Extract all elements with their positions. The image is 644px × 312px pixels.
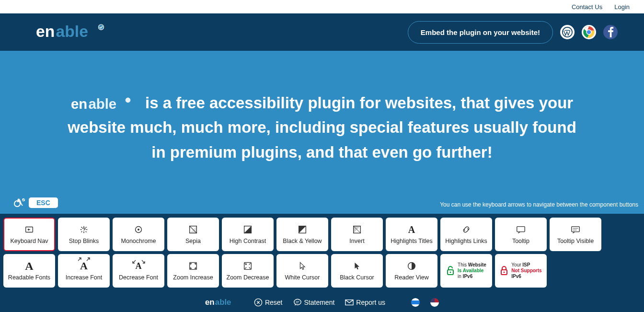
monochrome-icon	[133, 224, 144, 235]
tile-highlights-links[interactable]: Highlights Links	[440, 218, 492, 251]
mail-icon	[345, 299, 354, 306]
login-link[interactable]: Login	[614, 3, 630, 11]
tile-decrease-font[interactable]: ADecrease Font	[113, 254, 164, 288]
svg-text:en: en	[205, 298, 215, 307]
flag-usa[interactable]	[430, 298, 439, 307]
tile-white-cursor[interactable]: White Cursor	[276, 254, 328, 288]
keyboard-hint: You can use the keyboard arrows to navig…	[440, 201, 638, 208]
tile-label: Reader View	[394, 274, 428, 281]
tile-label: Keyboard Nav	[10, 238, 48, 244]
keyboard-nav-icon	[24, 224, 34, 235]
increase-font-icon: A	[80, 261, 88, 271]
ipv6-text: This WebsiteIs Availablein IPv6	[458, 262, 486, 279]
tile-label: Black Cursor	[340, 274, 374, 281]
zoom-increase-icon	[188, 261, 198, 271]
lock-open-icon	[446, 266, 455, 276]
decrease-font-icon: A	[136, 261, 142, 271]
svg-rect-22	[572, 227, 580, 232]
svg-point-16	[138, 229, 139, 231]
tile-label: Sepia	[185, 238, 201, 244]
tile-keyboard-nav[interactable]: Keyboard Nav	[3, 218, 55, 251]
zoom-decrease-icon	[242, 261, 253, 271]
toolbar-row-1: Keyboard NavStop BlinksMonochromeSepiaHi…	[3, 218, 641, 251]
accessibility-icon	[13, 198, 25, 208]
tile-black-yellow[interactable]: Black & Yellow	[276, 218, 328, 251]
statement-button[interactable]: Statement	[293, 298, 335, 307]
high-contrast-icon	[242, 224, 253, 235]
tile-label: Stop Blinks	[69, 238, 99, 244]
tile-high-contrast[interactable]: High Contrast	[222, 218, 274, 251]
tile-reader-view[interactable]: Reader View	[386, 254, 437, 288]
reader-view-icon	[406, 261, 417, 271]
tile-zoom-increase[interactable]: Zoom Increase	[167, 254, 219, 288]
tile-label: High Contrast	[230, 238, 266, 244]
lock-closed-icon	[500, 266, 508, 276]
facebook-icon[interactable]	[603, 25, 618, 39]
invert-icon	[352, 224, 362, 235]
tile-invert[interactable]: Invert	[331, 218, 383, 251]
tooltip-icon	[516, 224, 526, 235]
reset-button[interactable]: Reset	[254, 298, 283, 307]
tile-label: Highlights Links	[445, 238, 487, 244]
black-cursor-icon	[352, 261, 362, 271]
tile-label: Readable Fonts	[8, 274, 50, 281]
svg-point-35	[294, 299, 300, 305]
speech-icon	[293, 298, 302, 307]
svg-point-14	[83, 231, 84, 232]
tile-label: Monochrome	[121, 238, 156, 244]
hero: en able is a free accessibility plugin f…	[0, 51, 644, 214]
report-button[interactable]: Report us	[345, 299, 385, 306]
header-right: Embed the plugin on your website!	[408, 21, 618, 44]
tile-label: Increase Font	[66, 274, 102, 281]
tile-zoom-decrease[interactable]: Zoom Decrease	[222, 254, 274, 288]
tile-label: Highlights Titles	[391, 238, 433, 244]
white-cursor-icon	[297, 261, 308, 271]
contact-link[interactable]: Contact Us	[572, 3, 602, 11]
tile-black-cursor[interactable]: Black Cursor	[331, 254, 383, 288]
svg-point-9	[126, 98, 130, 103]
top-nav: Contact Us Login	[0, 0, 644, 13]
embed-plugin-button[interactable]: Embed the plugin on your website!	[408, 21, 553, 44]
tile-highlights-titles[interactable]: AHighlights Titles	[386, 218, 437, 251]
esc-area: ESC	[13, 197, 58, 208]
black-yellow-icon	[297, 224, 308, 235]
tile-label: Invert	[349, 238, 364, 244]
tile-sepia[interactable]: Sepia	[167, 218, 219, 251]
tile-ipv6-available[interactable]: This WebsiteIs Availablein IPv6	[440, 254, 492, 288]
tile-increase-font[interactable]: AIncrease Font	[58, 254, 110, 288]
tile-label: Zoom Increase	[173, 274, 213, 281]
toolbar-footer: en able Reset Statement Report us	[0, 291, 644, 312]
footer-logo[interactable]: en able	[205, 298, 243, 307]
tile-monochrome[interactable]: Monochrome	[113, 218, 164, 251]
tile-label: Zoom Decrease	[227, 274, 269, 281]
svg-text:en: en	[71, 96, 87, 112]
tile-stop-blinks[interactable]: Stop Blinks	[58, 218, 110, 251]
esc-button[interactable]: ESC	[29, 197, 58, 208]
wordpress-icon[interactable]	[560, 25, 575, 39]
svg-point-2	[98, 24, 104, 30]
tile-tooltip-visible[interactable]: Tooltip Visible	[550, 218, 601, 251]
svg-text:en: en	[36, 23, 55, 40]
svg-point-6	[586, 30, 591, 35]
flag-israel[interactable]	[411, 298, 420, 307]
stop-blinks-icon	[79, 224, 89, 235]
tile-tooltip[interactable]: Tooltip	[495, 218, 547, 251]
close-circle-icon	[254, 298, 263, 307]
svg-text:able: able	[88, 96, 116, 112]
svg-point-29	[450, 272, 451, 273]
tooltip-visible-icon	[570, 224, 581, 235]
tile-label: Tooltip Visible	[557, 238, 594, 244]
header: en able Embed the plugin on your website…	[0, 13, 644, 51]
svg-text:able: able	[56, 23, 88, 40]
tile-label: Decrease Font	[119, 274, 158, 281]
svg-rect-21	[517, 227, 525, 232]
hero-tagline: en able is a free accessibility plugin f…	[58, 91, 586, 164]
svg-text:able: able	[215, 298, 231, 307]
logo[interactable]: en able	[36, 23, 113, 42]
tile-label: Black & Yellow	[283, 238, 322, 244]
tile-ipv6-unavailable[interactable]: Your ISPNot SupportsIPv6	[495, 254, 547, 288]
chrome-icon[interactable]	[582, 25, 596, 39]
tile-readable-fonts[interactable]: AReadable Fonts	[3, 254, 55, 288]
toolbar-row-2: AReadable FontsAIncrease FontADecrease F…	[3, 254, 641, 288]
svg-point-31	[504, 272, 505, 273]
